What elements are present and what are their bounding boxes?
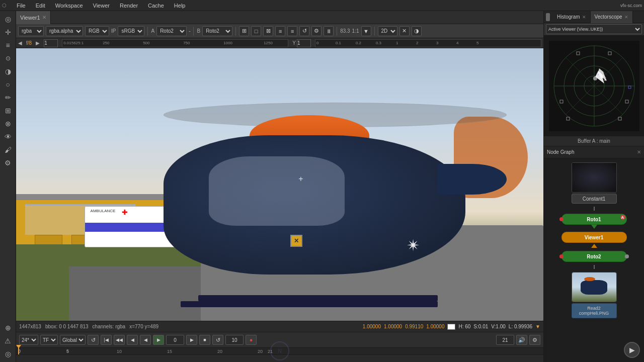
frame-label: f/8: [26, 40, 32, 46]
roto1-triangle: [591, 225, 597, 229]
tool-clone[interactable]: ⊗: [2, 118, 14, 130]
overlay-icon-3[interactable]: ⊠: [263, 26, 273, 36]
overlay-icon-6[interactable]: ↺: [299, 26, 309, 36]
node-read2[interactable]: Read2 compHeli.PNG: [572, 303, 617, 318]
fps-select[interactable]: 24*: [19, 335, 38, 345]
overlay-icon-8[interactable]: ⏸: [324, 26, 334, 36]
connector-2: [594, 265, 595, 269]
tab-viewer1[interactable]: Viewer1 ✕: [16, 11, 51, 24]
tool-paint[interactable]: ✏: [2, 92, 14, 104]
play-rev-btn[interactable]: ◀: [140, 335, 151, 345]
menu-workspace[interactable]: Workspace: [53, 2, 85, 10]
tool-color[interactable]: ◑: [2, 65, 14, 77]
vectorscope-svg: [549, 41, 639, 131]
loop-count-input[interactable]: [225, 335, 244, 345]
mask-icon[interactable]: ◑: [412, 26, 422, 36]
tool-roto[interactable]: ⊙: [2, 52, 14, 64]
ruler-scale: 0.015625:1 250 500 750 1000 1250: [62, 39, 288, 47]
frame-input[interactable]: [44, 39, 58, 47]
node-graph-close[interactable]: ✕: [637, 149, 641, 155]
menu-file[interactable]: File: [15, 2, 28, 10]
audio-icon[interactable]: 🔊: [516, 335, 527, 345]
vectorscope-close[interactable]: ✕: [624, 15, 628, 20]
tool-warn[interactable]: ⚠: [2, 335, 14, 347]
tool-transform[interactable]: ✛: [2, 26, 14, 38]
overlay-icon-1[interactable]: ⊞: [239, 26, 249, 36]
scopes-tabs: Histogram ✕ Vectorscope ✕: [544, 11, 644, 23]
node-viewer1[interactable]: Viewer1: [561, 232, 627, 243]
frame-number-input[interactable]: [166, 335, 184, 345]
next-frame-icon[interactable]: ▶: [36, 40, 40, 46]
viewer-area: Viewer1 ✕ rgbargbalpha rgba.alpha RGB IP…: [16, 11, 543, 362]
next-frame-btn[interactable]: ▶: [186, 335, 197, 345]
tool-cursor[interactable]: ◎: [2, 13, 14, 25]
overlay-icon-2[interactable]: □: [251, 26, 261, 36]
play-btn[interactable]: ▶: [153, 335, 164, 345]
tab-vectorscope[interactable]: Vectorscope ✕: [591, 11, 633, 23]
channel-select[interactable]: rgbargbalpha: [18, 26, 44, 36]
wipe-icon[interactable]: ✕: [399, 26, 410, 36]
active-viewer-select[interactable]: Active Viewer (View..UKE)): [546, 24, 642, 34]
node-roto2[interactable]: Roto2: [561, 251, 627, 262]
thumb-content-heli: [572, 273, 616, 302]
heli-fuselage: ✴ ✕: [164, 135, 465, 274]
prev-key-btn[interactable]: ◀◀: [114, 335, 125, 345]
viewport[interactable]: ✚ AMBULANCE ✴: [16, 48, 543, 321]
tool-grid[interactable]: ⊞: [2, 105, 14, 117]
histogram-close[interactable]: ✕: [582, 15, 586, 20]
tool-shape[interactable]: ○: [2, 78, 14, 90]
menu-viewer[interactable]: Viewer: [91, 2, 112, 10]
node-graph-area[interactable]: Constant1 Roto1 A Viewer1: [544, 158, 644, 362]
zoom-expand-icon[interactable]: ▼: [361, 26, 371, 36]
status-channels: channels: rgba: [93, 324, 126, 329]
scale-start: 0.015625:1: [63, 41, 84, 45]
node-roto1[interactable]: Roto1 A: [561, 214, 627, 225]
overlay-icon-7[interactable]: ⚙: [311, 26, 321, 36]
stop-btn[interactable]: ■: [199, 335, 210, 345]
prev-frame-btn[interactable]: ◀: [127, 335, 138, 345]
colorspace-select[interactable]: RGB: [85, 26, 109, 36]
tool-brush[interactable]: 🖌: [2, 144, 14, 156]
tab-label: Viewer1: [20, 15, 40, 21]
node-constant1[interactable]: Constant1: [572, 194, 617, 204]
status-expand-icon[interactable]: ▼: [535, 324, 540, 329]
projection-select[interactable]: 2D3D: [378, 26, 397, 36]
b-node-select[interactable]: Roto2: [202, 26, 232, 36]
tl-mark-15: 15: [167, 349, 172, 354]
a-label: A: [151, 28, 154, 34]
overlay-icon-4[interactable]: ≡: [275, 26, 285, 36]
prev-frame-icon[interactable]: ◀: [18, 40, 22, 46]
menu-edit[interactable]: Edit: [34, 2, 47, 10]
display-select[interactable]: rgba.alpha: [46, 26, 83, 36]
overlay-icon-5[interactable]: ≡: [287, 26, 297, 36]
menu-help[interactable]: Help: [172, 2, 188, 10]
heli-scene: ✚ AMBULANCE ✴: [16, 48, 543, 321]
range-select[interactable]: Global: [60, 335, 86, 345]
y-input[interactable]: [297, 39, 311, 47]
tab-close-icon[interactable]: ✕: [42, 15, 46, 20]
svg-text:N: N: [278, 348, 281, 354]
a-node-select[interactable]: Roto2: [156, 26, 187, 36]
menu-render[interactable]: Render: [118, 2, 140, 10]
tool-bottom[interactable]: ◎: [2, 348, 14, 360]
loop-btn[interactable]: ↺: [212, 335, 223, 345]
sync-btn[interactable]: ↺: [88, 335, 99, 345]
settings-icon[interactable]: ⚙: [529, 335, 540, 345]
lut-select[interactable]: sRGB: [118, 26, 144, 36]
tool-layers[interactable]: ≡: [2, 39, 14, 51]
tf-select[interactable]: TF: [40, 335, 58, 345]
panel-handle[interactable]: [546, 13, 550, 21]
end-frame-input[interactable]: [496, 335, 514, 345]
tab-histogram[interactable]: Histogram ✕: [553, 11, 591, 23]
node-graph-play-btn[interactable]: ▶: [624, 342, 640, 358]
go-start-btn[interactable]: |◀: [101, 335, 112, 345]
status-r: 1.00000: [363, 324, 381, 329]
tool-eye[interactable]: 👁: [2, 131, 14, 143]
tool-settings[interactable]: ⚙: [2, 157, 14, 169]
menu-cache[interactable]: Cache: [146, 2, 166, 10]
star-of-life: ✴: [407, 237, 420, 253]
tool-globe[interactable]: ⊕: [2, 322, 14, 334]
record-btn[interactable]: ●: [246, 335, 257, 345]
y-ruler-scale: 0 0.1 0.2 0.3 1 2 3 4 5: [315, 39, 541, 47]
timeline-ruler[interactable]: 0 0 5 5 10 15 20 20 21: [16, 347, 543, 362]
